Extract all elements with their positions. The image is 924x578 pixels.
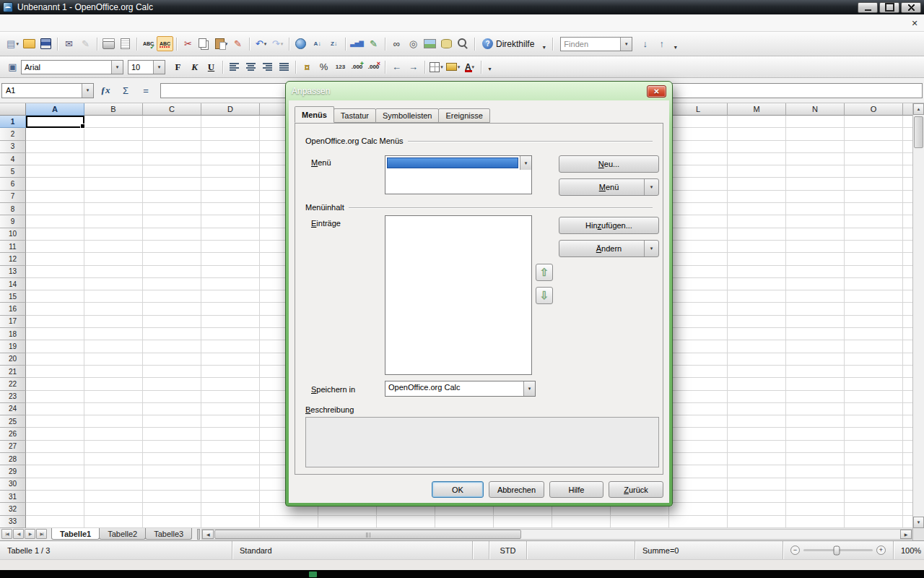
- auto-spellcheck-icon[interactable]: ABC: [157, 36, 173, 51]
- decrease-indent-icon[interactable]: ←: [388, 59, 405, 74]
- background-color-icon[interactable]: ▾: [445, 59, 461, 74]
- find-toolbar-overflow-icon[interactable]: ▾: [670, 40, 681, 55]
- dialog-title-bar[interactable]: Anpassen ✕: [286, 82, 672, 100]
- row-header-24[interactable]: 24: [0, 403, 26, 415]
- formula-icon[interactable]: =: [137, 83, 154, 98]
- row-header-18[interactable]: 18: [0, 328, 26, 340]
- column-header-M[interactable]: M: [728, 103, 786, 116]
- save-in-dropdown-icon[interactable]: ▾: [523, 381, 535, 396]
- scroll-right-icon[interactable]: ▶: [900, 530, 912, 539]
- row-header-10[interactable]: 10: [0, 228, 26, 241]
- row-header-22[interactable]: 22: [0, 378, 26, 390]
- find-combobox[interactable]: Finden ▾: [560, 37, 632, 51]
- font-name-dropdown-icon[interactable]: ▾: [111, 61, 123, 74]
- entries-listbox[interactable]: [385, 215, 532, 375]
- save-in-combobox[interactable]: OpenOffice.org Calc ▾: [385, 381, 536, 397]
- last-sheet-icon[interactable]: ▶|: [36, 529, 47, 539]
- font-name-combobox[interactable]: Arial ▾: [21, 60, 123, 74]
- row-header-25[interactable]: 25: [0, 415, 26, 428]
- minimize-icon[interactable]: [858, 2, 878, 13]
- dialog-tab-symbolleisten[interactable]: Symbolleisten: [375, 108, 439, 123]
- draw-functions-icon[interactable]: ✎: [365, 36, 382, 51]
- copy-icon[interactable]: [196, 36, 213, 51]
- name-box[interactable]: A1 ▾: [1, 83, 94, 98]
- gallery-icon[interactable]: [422, 36, 438, 51]
- row-header-23[interactable]: 23: [0, 391, 26, 403]
- toolbar-overflow-icon[interactable]: ▾: [539, 40, 549, 55]
- bold-icon[interactable]: F: [170, 59, 186, 74]
- row-header-4[interactable]: 4: [0, 153, 26, 165]
- data-sources-icon[interactable]: [438, 36, 455, 51]
- direkthilfe-button[interactable]: ? Direkthilfe: [478, 36, 539, 52]
- status-page-style[interactable]: Standard: [232, 541, 473, 559]
- find-previous-icon[interactable]: ↑: [653, 36, 670, 51]
- italic-icon[interactable]: K: [186, 59, 203, 74]
- dialog-tab-ereignisse[interactable]: Ereignisse: [438, 108, 489, 123]
- find-dropdown-icon[interactable]: ▾: [620, 38, 632, 51]
- navigator-icon[interactable]: ◎: [405, 36, 422, 51]
- sheet-tab-tabelle3[interactable]: Tabelle3: [145, 528, 192, 540]
- delete-decimal-icon[interactable]: .000: [365, 59, 382, 74]
- align-right-icon[interactable]: [259, 59, 276, 74]
- zoom-track[interactable]: [803, 549, 873, 551]
- spellcheck-icon[interactable]: ABC: [140, 36, 157, 51]
- row-header-7[interactable]: 7: [0, 191, 26, 203]
- row-header-11[interactable]: 11: [0, 241, 26, 253]
- zoom-handle[interactable]: [834, 545, 840, 555]
- close-document-icon[interactable]: ✕: [909, 17, 920, 29]
- row-header-30[interactable]: 30: [0, 478, 26, 491]
- cut-icon[interactable]: ✂: [180, 36, 196, 51]
- row-header-14[interactable]: 14: [0, 278, 26, 290]
- format-percent-icon[interactable]: %: [315, 59, 332, 74]
- scroll-down-icon[interactable]: ▼: [913, 517, 924, 528]
- column-header-O[interactable]: O: [845, 103, 903, 116]
- row-header-27[interactable]: 27: [0, 441, 26, 453]
- vertical-scrollbar[interactable]: ▲ ▼: [912, 103, 924, 528]
- first-sheet-icon[interactable]: |◀: [1, 529, 12, 539]
- sort-descending-icon[interactable]: Z↓: [326, 36, 342, 51]
- format-currency-icon[interactable]: ¤: [299, 59, 315, 74]
- sum-icon[interactable]: Σ: [117, 83, 134, 98]
- row-header-6[interactable]: 6: [0, 178, 26, 190]
- column-header-B[interactable]: B: [84, 103, 143, 116]
- next-sheet-icon[interactable]: ▶: [25, 529, 35, 539]
- font-size-dropdown-icon[interactable]: ▾: [153, 61, 165, 74]
- sort-ascending-icon[interactable]: A↓: [309, 36, 326, 51]
- dialog-tab-menüs[interactable]: Menüs: [295, 106, 334, 123]
- print-file-icon[interactable]: [100, 36, 117, 51]
- menu-combobox[interactable]: ▾: [385, 155, 532, 171]
- menu-menu-button[interactable]: Menü ▾: [559, 178, 659, 196]
- column-header-L[interactable]: L: [669, 103, 728, 116]
- page-preview-icon[interactable]: [117, 36, 134, 51]
- sheet-tab-tabelle1[interactable]: Tabelle1: [51, 528, 100, 540]
- row-header-9[interactable]: 9: [0, 215, 26, 228]
- vertical-scroll-thumb[interactable]: [914, 116, 923, 148]
- underline-icon[interactable]: U: [203, 59, 219, 74]
- row-header-26[interactable]: 26: [0, 428, 26, 440]
- status-zoom-level[interactable]: 100%: [894, 541, 924, 559]
- status-insert-mode[interactable]: [473, 541, 489, 559]
- tab-splitter-handle[interactable]: [197, 529, 200, 540]
- back-button[interactable]: Zurück: [609, 481, 663, 498]
- increase-indent-icon[interactable]: →: [405, 59, 422, 74]
- column-header-C[interactable]: C: [143, 103, 201, 116]
- scroll-up-icon[interactable]: ▲: [913, 103, 924, 115]
- status-selection-mode[interactable]: STD: [489, 541, 527, 559]
- row-header-17[interactable]: 17: [0, 316, 26, 328]
- new-document-icon[interactable]: ▤▾: [4, 36, 21, 51]
- font-size-combobox[interactable]: 10 ▾: [128, 60, 165, 74]
- taskbar-item[interactable]: [309, 571, 317, 577]
- row-header-33[interactable]: 33: [0, 516, 26, 528]
- row-header-16[interactable]: 16: [0, 303, 26, 315]
- add-decimal-icon[interactable]: .000: [349, 59, 365, 74]
- maximize-icon[interactable]: [879, 2, 899, 13]
- row-header-2[interactable]: 2: [0, 128, 26, 140]
- zoom-out-icon[interactable]: −: [790, 545, 800, 555]
- new-button[interactable]: Neu...: [559, 155, 659, 173]
- row-header-29[interactable]: 29: [0, 465, 26, 478]
- select-all-corner[interactable]: [0, 103, 26, 116]
- zoom-icon[interactable]: [455, 36, 471, 51]
- function-wizard-icon[interactable]: ƒx: [97, 83, 114, 98]
- dialog-tab-tastatur[interactable]: Tastatur: [334, 108, 376, 123]
- open-document-icon[interactable]: [21, 36, 38, 51]
